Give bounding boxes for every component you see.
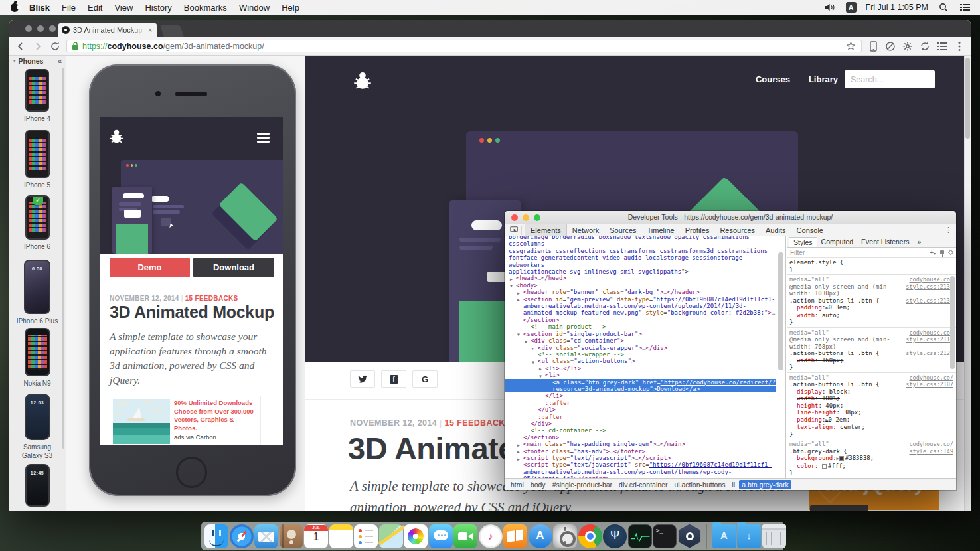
breadcrumb-item[interactable]: ul.action-buttons: [671, 480, 728, 489]
dock-icon-photos[interactable]: [404, 524, 428, 548]
social-google-button[interactable]: G: [412, 370, 438, 388]
color-swatch[interactable]: [839, 456, 844, 461]
device-thumbnail[interactable]: 6:58: [24, 260, 50, 314]
social-twitter-button[interactable]: [350, 370, 375, 388]
dom-line[interactable]: ▼<ul class="action-buttons">: [505, 358, 776, 364]
css-declaration[interactable]: height: 40px;: [789, 402, 953, 410]
dock-icon-reminders[interactable]: [354, 524, 378, 548]
volume-icon[interactable]: [825, 1, 837, 13]
dock-icon-messages[interactable]: [429, 524, 453, 548]
dom-line[interactable]: ▶<script type="text/javascript">…</scrip…: [505, 455, 776, 461]
dock-icon-circuit-tree-app[interactable]: Ψ: [603, 524, 627, 548]
site-nav-courses[interactable]: Courses: [756, 74, 790, 84]
stylesheet-link[interactable]: codyhouse.co/: [909, 441, 953, 448]
menubar-item-window[interactable]: Window: [239, 3, 270, 13]
device-iphone-5[interactable]: IPhone 5: [9, 130, 65, 189]
dock-icon-folder-downloads[interactable]: ↓: [737, 524, 761, 548]
styles-tab-event-listeners[interactable]: Event Listeners: [857, 237, 913, 246]
dock-icon-safari[interactable]: [230, 524, 254, 548]
menubar-app-name[interactable]: Blisk: [29, 3, 50, 13]
dom-line[interactable]: ▼<body>: [505, 282, 776, 289]
dom-line[interactable]: ▶<main class="has-padding single-gem">…<…: [505, 441, 776, 447]
devtools-tab-network[interactable]: Network: [567, 224, 604, 236]
stylesheet-link[interactable]: style.css:149: [909, 448, 953, 455]
mobile-menu-hamburger-icon[interactable]: [257, 133, 270, 145]
dom-line[interactable]: borderimage borderradius boxshadow texts…: [505, 236, 776, 248]
css-declaration[interactable]: background:▶#383838;: [789, 455, 953, 463]
styles-tab-styles[interactable]: Styles: [789, 237, 817, 247]
menubar-clock[interactable]: Fri Jul 1 1:05 PM: [866, 3, 928, 12]
css-declaration[interactable]: width: auto;: [789, 312, 953, 319]
breadcrumb-item[interactable]: li: [730, 480, 738, 489]
dom-line[interactable]: </section>: [505, 434, 776, 441]
close-window-button[interactable]: [25, 25, 32, 32]
dock-icon-trash[interactable]: [762, 524, 786, 548]
dom-line[interactable]: cssgradients cssreflections csstransform…: [505, 248, 776, 254]
menubar-item-history[interactable]: History: [145, 3, 171, 13]
stylesheet-link[interactable]: codyhouse.co/: [909, 329, 953, 337]
dock-icon-mail[interactable]: [254, 524, 278, 548]
device-iphone-6[interactable]: ✓IPhone 6: [9, 195, 65, 251]
dom-line[interactable]: <a class="btn grey-dark" href="https://c…: [505, 379, 776, 393]
stylesheet-link[interactable]: style.css:2131: [906, 283, 953, 291]
minimize-window-button[interactable]: [37, 25, 44, 32]
menubar-item-view[interactable]: View: [114, 3, 133, 13]
devtools-tab-timeline[interactable]: Timeline: [642, 224, 680, 236]
device-nokia-n9[interactable]: Nokia N9: [9, 328, 65, 388]
dock-icon-calendar[interactable]: JUL1: [304, 524, 328, 548]
dock-icon-contacts[interactable]: [280, 524, 303, 548]
css-declaration[interactable]: padding:▶0 2em;: [789, 416, 953, 424]
styles-tab-»[interactable]: »: [913, 237, 925, 246]
styles-tab-computed[interactable]: Computed: [817, 237, 857, 246]
phones-collapse-triangle-icon[interactable]: ▾: [13, 58, 16, 64]
site-logo-bug-icon[interactable]: [352, 72, 373, 90]
mobile-feedbacks-link[interactable]: 15 FEEDBACKS: [185, 295, 238, 302]
css-rule[interactable]: codyhouse.co/media="all"style.css:2107.a…: [787, 373, 956, 440]
new-style-rule-plus-icon[interactable]: +▾: [930, 249, 936, 256]
styles-filter-input[interactable]: Filter: [790, 249, 805, 256]
ad-attribution[interactable]: ads via Carbon: [174, 433, 259, 442]
spotlight-search-icon[interactable]: [938, 1, 949, 13]
devtools-tab-console[interactable]: Console: [791, 224, 829, 236]
device-thumbnail[interactable]: 12:45: [25, 464, 50, 507]
menubar-item-help[interactable]: Help: [282, 3, 299, 13]
ad-text[interactable]: 90% Unlimited DownloadsChoose from Over …: [174, 399, 259, 442]
devtools-kebab-icon[interactable]: ⋮: [945, 226, 952, 234]
mobile-demo-button[interactable]: Demo: [110, 258, 190, 277]
reload-button[interactable]: [49, 40, 61, 52]
new-tab-button[interactable]: [160, 25, 184, 37]
element-state-pin-icon[interactable]: [940, 250, 944, 254]
dock-icon-maps[interactable]: [379, 524, 403, 548]
stylesheet-link[interactable]: style.css:2127: [906, 350, 953, 357]
content-blocker-icon[interactable]: [884, 40, 896, 52]
tab-close-icon[interactable]: ×: [148, 26, 152, 34]
dock-icon-itunes[interactable]: ♪: [479, 524, 503, 548]
dom-line[interactable]: <!-- cd-container -->: [505, 427, 776, 433]
menubar-item-file[interactable]: File: [62, 3, 76, 13]
feedbacks-link[interactable]: 15 FEEDBACKS: [445, 418, 511, 428]
mobile-carbon-ad[interactable]: 90% Unlimited DownloadsChoose from Over …: [110, 396, 261, 445]
css-declaration[interactable]: text-align: center;: [789, 424, 953, 431]
dom-line[interactable]: ▶<footer class="has-adv">…</footer>: [505, 448, 776, 455]
dock-icon-appstore[interactable]: A: [529, 524, 552, 548]
dom-line[interactable]: ▶<section id="gem-preview" data-type="ht…: [505, 296, 776, 324]
devtools-tab-sources[interactable]: Sources: [604, 224, 641, 236]
dom-line[interactable]: ::after: [505, 414, 776, 420]
device-thumbnail[interactable]: 12:03: [25, 394, 50, 440]
device-thumbnail[interactable]: [25, 130, 50, 178]
stylesheet-link[interactable]: style.css:2107: [906, 381, 953, 388]
dom-line[interactable]: ▶<header role="banner" class="dark-bg ">…: [505, 289, 776, 295]
forward-button[interactable]: [32, 40, 44, 52]
dock-icon-ibooks[interactable]: [503, 524, 527, 548]
devtools-tab-audits[interactable]: Audits: [760, 224, 791, 236]
devtools-tab-elements[interactable]: Elements: [525, 224, 567, 236]
css-declaration[interactable]: display: block;: [789, 388, 953, 396]
menubar-item-bookmarks[interactable]: Bookmarks: [184, 3, 227, 13]
color-swatch[interactable]: [822, 464, 827, 469]
device-phone[interactable]: 12:45: [9, 464, 65, 509]
dom-line[interactable]: <script type="text/javascript" src="http…: [505, 461, 776, 478]
back-button[interactable]: [15, 40, 27, 52]
browser-menu-kebab-icon[interactable]: [953, 40, 965, 52]
devtools-tab-profiles[interactable]: Profiles: [680, 224, 715, 236]
breadcrumb-item[interactable]: a.btn.grey-dark: [739, 480, 791, 489]
